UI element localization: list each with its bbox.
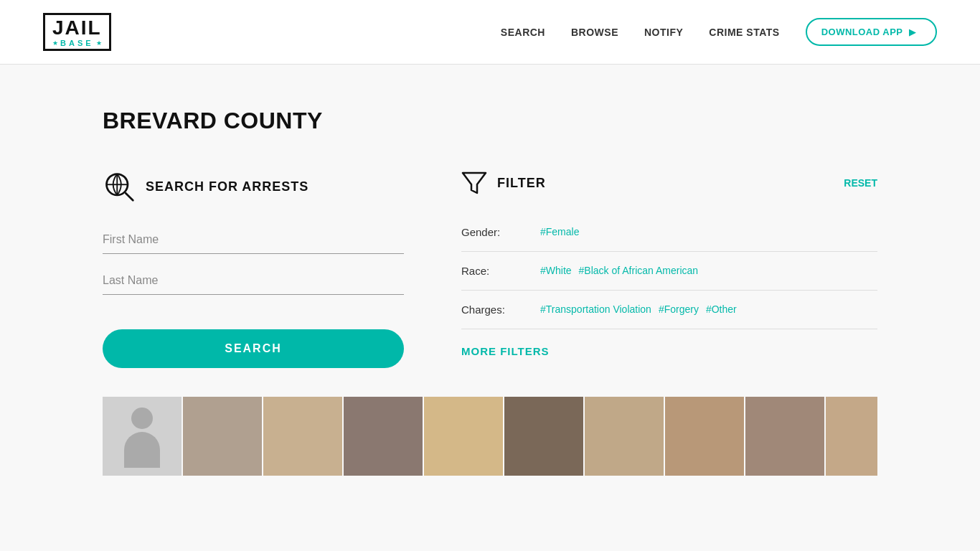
forgery-tag[interactable]: #Forgery bbox=[659, 303, 699, 315]
search-section-heading: SEARCH FOR ARRESTS bbox=[146, 179, 308, 194]
mugshot-1[interactable] bbox=[183, 397, 262, 476]
mugshot-3[interactable] bbox=[344, 397, 423, 476]
mugshot-5[interactable] bbox=[504, 397, 583, 476]
download-app-label: DOWNLOAD APP bbox=[821, 27, 903, 37]
first-name-group bbox=[103, 226, 404, 254]
more-filters-link[interactable]: MORE FILTERS bbox=[461, 345, 550, 357]
last-name-group bbox=[103, 267, 404, 295]
person-silhouette-icon bbox=[121, 408, 164, 465]
female-tag[interactable]: #Female bbox=[540, 226, 579, 237]
other-tag[interactable]: #Other bbox=[706, 303, 737, 315]
charges-tags: #Transportation Violation #Forgery #Othe… bbox=[540, 303, 737, 315]
svg-marker-4 bbox=[463, 173, 486, 193]
gender-label: Gender: bbox=[461, 226, 526, 238]
race-tags: #White #Black of African American bbox=[540, 265, 698, 276]
search-filter-section: SEARCH FOR ARRESTS SEARCH FILTER RESET bbox=[103, 170, 877, 368]
last-name-input[interactable] bbox=[103, 267, 404, 295]
transportation-tag[interactable]: #Transportation Violation bbox=[540, 303, 651, 315]
mugshot-placeholder[interactable] bbox=[103, 397, 182, 476]
svg-line-1 bbox=[126, 193, 133, 200]
nav-browse[interactable]: BROWSE bbox=[571, 27, 618, 38]
race-label: Race: bbox=[461, 265, 526, 277]
nav-search[interactable]: SEARCH bbox=[501, 27, 545, 38]
filter-column: FILTER RESET Gender: #Female Race: #Whit… bbox=[461, 170, 877, 358]
charges-label: Charges: bbox=[461, 303, 526, 316]
white-tag[interactable]: #White bbox=[540, 265, 572, 276]
mugshot-2[interactable] bbox=[263, 397, 342, 476]
filter-heading: FILTER bbox=[497, 176, 546, 191]
nav-crime-stats[interactable]: CRIME STATS bbox=[709, 27, 779, 38]
logo-star-left: ★ bbox=[52, 39, 58, 47]
download-app-button[interactable]: DOWNLOAD APP ▶ bbox=[806, 18, 937, 46]
logo-star-right: ★ bbox=[96, 39, 102, 47]
play-icon: ▶ bbox=[909, 27, 916, 37]
search-column: SEARCH FOR ARRESTS SEARCH bbox=[103, 170, 404, 368]
reset-link[interactable]: RESET bbox=[844, 177, 877, 189]
mugshot-9[interactable] bbox=[826, 397, 877, 476]
mugshot-4[interactable] bbox=[424, 397, 503, 476]
search-button[interactable]: SEARCH bbox=[103, 329, 404, 368]
filter-funnel-icon bbox=[461, 170, 487, 196]
nav-notify[interactable]: NOTIFY bbox=[644, 27, 683, 38]
gender-filter-row: Gender: #Female bbox=[461, 213, 877, 252]
black-tag[interactable]: #Black of African American bbox=[579, 265, 699, 276]
gender-tags: #Female bbox=[540, 226, 579, 237]
logo[interactable]: JAIL ★ BASE ★ bbox=[43, 13, 111, 51]
logo-base-text: BASE bbox=[60, 39, 94, 47]
search-header: SEARCH FOR ARRESTS bbox=[103, 170, 404, 203]
filter-header: FILTER RESET bbox=[461, 170, 877, 196]
search-magnifier-icon bbox=[103, 170, 136, 203]
mugshot-6[interactable] bbox=[585, 397, 664, 476]
main-nav: SEARCH BROWSE NOTIFY CRIME STATS DOWNLOA… bbox=[501, 18, 937, 46]
page-title: BREVARD COUNTY bbox=[103, 108, 877, 134]
mugshots-strip bbox=[103, 397, 877, 476]
logo-jail-text: JAIL bbox=[52, 18, 102, 38]
filter-header-left: FILTER bbox=[461, 170, 546, 196]
charges-filter-row: Charges: #Transportation Violation #Forg… bbox=[461, 291, 877, 329]
main-content: BREVARD COUNTY SEARCH FOR ARRES bbox=[60, 65, 920, 504]
site-header: JAIL ★ BASE ★ SEARCH BROWSE NOTIFY CRIME… bbox=[0, 0, 980, 65]
mugshot-7[interactable] bbox=[665, 397, 744, 476]
race-filter-row: Race: #White #Black of African American bbox=[461, 252, 877, 291]
first-name-input[interactable] bbox=[103, 226, 404, 254]
mugshot-8[interactable] bbox=[745, 397, 824, 476]
